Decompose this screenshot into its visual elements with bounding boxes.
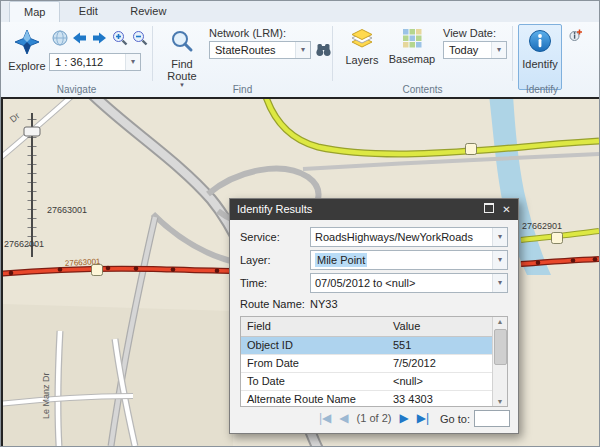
page-indicator: (1 of 2) [357, 412, 392, 424]
table-row[interactable]: Object ID 551 [241, 337, 507, 355]
attribute-table: Field Value Object ID 551 From Date 7/5/… [240, 316, 508, 407]
first-page-button[interactable]: |◀ [319, 411, 331, 425]
view-date-label: View Date: [443, 27, 496, 39]
route-name-value: NY33 [310, 298, 338, 310]
table-row[interactable]: Alternate Route Name 33 4303 [241, 391, 507, 407]
layer-label: Layer: [240, 254, 310, 266]
goto-container: Go to: [440, 410, 510, 427]
route-id-inline-label: 27663001 [65, 257, 102, 268]
close-icon[interactable]: ✕ [499, 202, 514, 217]
dropdown-arrow-icon[interactable]: ▾ [492, 274, 507, 292]
identify-results-dialog: Identify Results ✕ Service: RoadsHighway… [229, 198, 519, 434]
route-id-label: 27663001 [47, 205, 87, 215]
column-header-value[interactable]: Value [387, 317, 507, 336]
identify-button[interactable]: Identify [518, 24, 562, 90]
ribbon-toolbar: Explore 1 : 36,112 ▾ [1, 22, 599, 97]
dialog-titlebar[interactable]: Identify Results ✕ [230, 199, 518, 220]
time-label: Time: [240, 277, 310, 289]
route-id-label: 27662001 [4, 239, 44, 249]
table-row[interactable]: From Date 7/5/2012 [241, 355, 507, 373]
network-lrm-label: Network (LRM): [209, 27, 286, 39]
previous-page-button[interactable]: ◀ [339, 411, 348, 425]
scroll-down-icon[interactable]: ▼ [493, 398, 507, 405]
basemap-button[interactable]: Basemap [387, 24, 437, 90]
goto-label: Go to: [440, 413, 470, 425]
service-label: Service: [240, 231, 310, 243]
binoculars-icon[interactable] [315, 41, 333, 59]
zoom-out-icon[interactable] [131, 29, 149, 47]
explore-compass-icon [14, 29, 40, 57]
group-separator [512, 26, 513, 81]
map-scale-combobox[interactable]: 1 : 36,112 ▾ [49, 53, 141, 71]
application-window: Map Edit Review Explore [0, 0, 600, 447]
dropdown-arrow-icon[interactable]: ▾ [492, 251, 507, 269]
dropdown-arrow-icon[interactable]: ▾ [125, 54, 140, 70]
tab-review[interactable]: Review [116, 1, 180, 21]
identify-info-icon [528, 29, 552, 55]
next-page-button[interactable]: ▶ [399, 411, 408, 425]
table-header-row: Field Value [241, 317, 507, 337]
identify-route-icon[interactable] [568, 28, 583, 43]
group-separator [152, 26, 153, 81]
globe-icon[interactable] [51, 29, 69, 47]
column-header-field[interactable]: Field [241, 317, 387, 336]
dropdown-arrow-icon[interactable]: ▾ [295, 42, 310, 58]
find-route-button[interactable]: Find Route ▼ [159, 24, 205, 90]
tab-map[interactable]: Map [9, 1, 60, 23]
group-separator [332, 26, 333, 81]
forward-arrow-icon[interactable] [90, 29, 108, 47]
zoom-slider-handle[interactable] [24, 127, 40, 136]
street-name-label: Le Manz Dr [41, 372, 51, 419]
last-page-button[interactable]: ▶| [417, 411, 429, 425]
route-name-label: Route Name: [240, 298, 310, 310]
explore-button[interactable]: Explore [5, 24, 49, 90]
group-label-find: Find [153, 84, 332, 95]
scrollbar-thumb[interactable] [494, 329, 507, 365]
group-label-contents: Contents [333, 84, 512, 95]
route-id-label: 27662901 [522, 221, 562, 231]
time-combobox[interactable]: 07/05/2012 to <null> ▾ [310, 273, 508, 293]
layer-combobox[interactable]: Mile Point ▾ [310, 250, 508, 270]
find-route-magnifier-icon [170, 29, 194, 55]
ribbon-tab-bar: Map Edit Review [1, 1, 599, 23]
zoom-in-icon[interactable] [111, 29, 129, 47]
goto-input[interactable] [474, 410, 510, 427]
dialog-title: Identify Results [237, 203, 312, 215]
table-scrollbar[interactable]: ▲ ▼ [492, 317, 507, 406]
basemap-icon [403, 29, 422, 50]
view-date-combobox[interactable]: Today ▾ [443, 41, 507, 59]
layers-button[interactable]: Layers [339, 24, 385, 90]
maximize-icon[interactable] [481, 202, 496, 217]
back-arrow-icon[interactable] [71, 29, 89, 47]
scroll-up-icon[interactable]: ▲ [493, 318, 507, 325]
network-lrm-combobox[interactable]: StateRoutes ▾ [209, 41, 311, 59]
dialog-body: Service: RoadsHighways/NewYorkRoads ▾ La… [230, 220, 518, 407]
table-row[interactable]: To Date <null> [241, 373, 507, 391]
service-combobox[interactable]: RoadsHighways/NewYorkRoads ▾ [310, 227, 508, 247]
dropdown-arrow-icon[interactable]: ▾ [491, 42, 506, 58]
layers-icon [351, 29, 373, 51]
group-label-identify: Identify [513, 84, 571, 95]
dropdown-arrow-icon[interactable]: ▾ [492, 228, 507, 246]
group-label-navigate: Navigate [1, 84, 152, 95]
tab-edit[interactable]: Edit [65, 1, 112, 21]
